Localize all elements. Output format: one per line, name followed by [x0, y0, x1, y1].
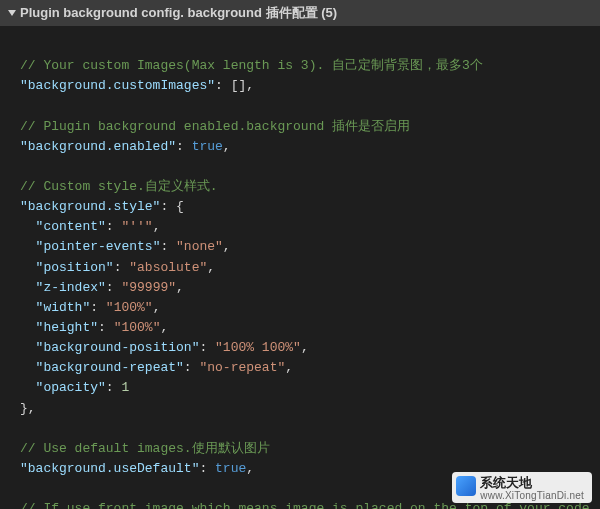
- comment-text: // Custom style.自定义样式.: [20, 179, 218, 194]
- section-header[interactable]: Plugin background config. background 插件配…: [0, 0, 600, 26]
- setting-key: "background.style": [20, 199, 160, 214]
- comment-text: // Your custom Images(Max length is 3). …: [20, 58, 483, 73]
- style-key: "background-position": [36, 340, 200, 355]
- section-title: Plugin background config. background 插件配…: [20, 4, 337, 22]
- style-value: "no-repeat": [199, 360, 285, 375]
- style-key: "pointer-events": [36, 239, 161, 254]
- setting-key: "background.enabled": [20, 139, 176, 154]
- watermark-logo-icon: [456, 476, 476, 496]
- setting-key: "background.customImages": [20, 78, 215, 93]
- comment-text: // Use default images.使用默认图片: [20, 441, 270, 456]
- setting-value: true: [192, 139, 223, 154]
- style-value: "none": [176, 239, 223, 254]
- style-value: "99999": [121, 280, 176, 295]
- style-value: "''": [121, 219, 152, 234]
- watermark-badge: 系统天地 www.XiTongTianDi.net: [452, 472, 592, 503]
- settings-editor[interactable]: // Your custom Images(Max length is 3). …: [0, 26, 600, 509]
- chevron-down-icon: [8, 10, 16, 16]
- style-value: "100%": [106, 300, 153, 315]
- style-key: "background-repeat": [36, 360, 184, 375]
- setting-value: []: [231, 78, 247, 93]
- style-key: "position": [36, 260, 114, 275]
- style-value: "100% 100%": [215, 340, 301, 355]
- style-key: "content": [36, 219, 106, 234]
- style-value: "absolute": [129, 260, 207, 275]
- comment-text: // Plugin background enabled.background …: [20, 119, 410, 134]
- watermark-url: www.XiTongTianDi.net: [480, 490, 584, 501]
- style-key: "opacity": [36, 380, 106, 395]
- style-key: "height": [36, 320, 98, 335]
- watermark-title: 系统天地: [480, 476, 584, 490]
- setting-value: true: [215, 461, 246, 476]
- style-value: "100%": [114, 320, 161, 335]
- setting-key: "background.useDefault": [20, 461, 199, 476]
- style-key: "width": [36, 300, 91, 315]
- style-value: 1: [121, 380, 129, 395]
- style-key: "z-index": [36, 280, 106, 295]
